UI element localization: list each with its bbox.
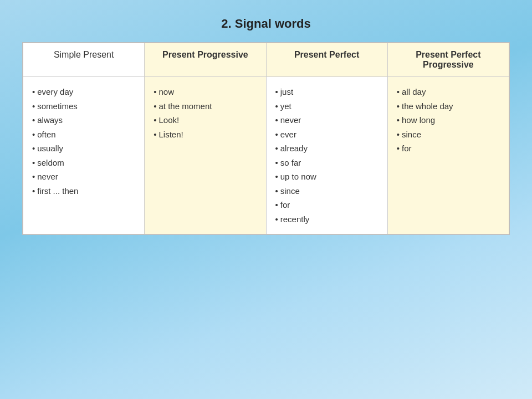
list-item: recently <box>275 212 378 227</box>
cell-simple-present: every daysometimesalwaysoftenusuallyseld… <box>23 77 145 234</box>
list-item: every day <box>32 85 135 99</box>
list-item: for <box>397 141 500 156</box>
col-header-present-perfect-progressive: Present Perfect Progressive <box>387 43 509 77</box>
list-item: up to now <box>275 170 378 184</box>
list-item: Listen! <box>154 127 257 142</box>
list-item: since <box>397 127 500 142</box>
list-item: already <box>275 141 378 156</box>
col-header-present-progressive: Present Progressive <box>145 43 266 77</box>
list-item: all day <box>397 85 500 99</box>
list-item: never <box>32 170 135 184</box>
list-item: just <box>275 85 378 99</box>
col-header-simple-present: Simple Present <box>23 43 145 77</box>
list-item: since <box>275 184 378 198</box>
list-item: so far <box>275 156 378 170</box>
list-item: never <box>275 113 378 127</box>
list-item: yet <box>275 99 378 114</box>
cell-present-perfect-progressive: all daythe whole dayhow longsincefor <box>387 77 509 234</box>
cell-present-progressive: nowat the momentLook!Listen! <box>145 77 266 234</box>
list-item: ever <box>275 127 378 142</box>
list-item: sometimes <box>32 99 135 114</box>
col-header-present-perfect: Present Perfect <box>266 43 387 77</box>
list-item: always <box>32 113 135 127</box>
cell-present-perfect: justyetnevereveralreadyso farup to nowsi… <box>266 77 387 234</box>
list-item: Look! <box>154 113 257 127</box>
page-title: 2. Signal words <box>221 17 310 31</box>
list-item: for <box>275 198 378 212</box>
signal-words-table: Simple Present Present Progressive Prese… <box>22 42 510 235</box>
list-item: often <box>32 127 135 142</box>
table-row: every daysometimesalwaysoftenusuallyseld… <box>23 77 509 234</box>
list-item: usually <box>32 141 135 156</box>
list-item: seldom <box>32 156 135 170</box>
list-item: the whole day <box>397 99 500 114</box>
list-item: now <box>154 85 257 99</box>
list-item: first ... then <box>32 184 135 198</box>
list-item: at the moment <box>154 99 257 114</box>
list-item: how long <box>397 113 500 127</box>
